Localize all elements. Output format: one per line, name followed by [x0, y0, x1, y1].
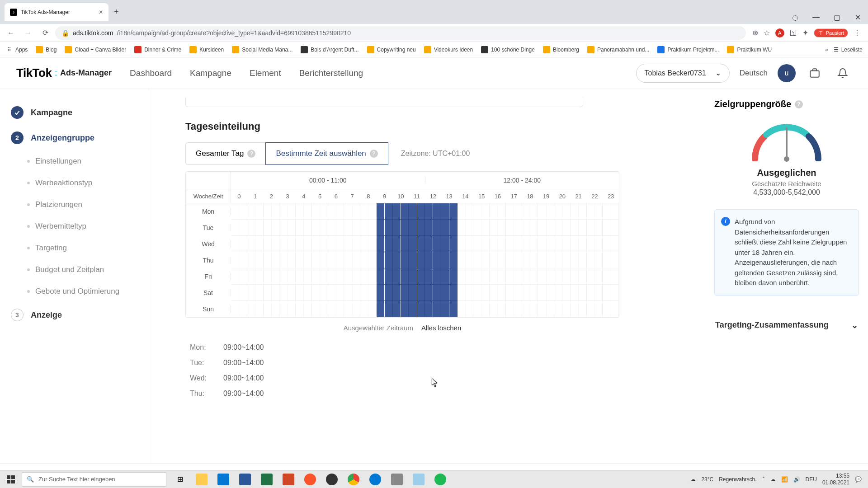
schedule-cell[interactable] — [587, 301, 603, 317]
other-window-icon[interactable]: ◌ — [785, 10, 806, 24]
schedule-cell[interactable] — [296, 285, 312, 301]
schedule-cell[interactable] — [296, 268, 312, 285]
schedule-cell[interactable] — [328, 285, 344, 301]
schedule-cell[interactable] — [538, 285, 554, 301]
schedule-cell[interactable] — [296, 236, 312, 252]
targeting-summary-toggle[interactable]: Targeting-Zusammenfassung ⌄ — [714, 319, 859, 332]
schedule-cell[interactable] — [506, 220, 522, 236]
schedule-cell[interactable] — [231, 285, 247, 301]
schedule-cell[interactable] — [344, 203, 360, 220]
schedule-cell[interactable] — [393, 220, 409, 236]
schedule-cell[interactable] — [360, 220, 377, 236]
schedule-cell[interactable] — [264, 252, 280, 268]
minimize-window-icon[interactable]: — — [806, 10, 826, 24]
reload-icon[interactable]: ⟳ — [38, 26, 52, 40]
schedule-cell[interactable] — [554, 285, 571, 301]
schedule-cell[interactable] — [571, 285, 587, 301]
schedule-cell[interactable] — [587, 285, 603, 301]
url-input[interactable]: 🔒 ads.tiktok.com/i18n/campaign/ad-group/… — [55, 26, 746, 40]
schedule-cell[interactable] — [441, 268, 458, 285]
bookmark-item[interactable]: Bois d'Argent Duft... — [301, 46, 359, 53]
schedule-cell[interactable] — [571, 236, 587, 252]
schedule-cell[interactable] — [490, 203, 506, 220]
step-anzeige[interactable]: 3 Anzeige — [0, 302, 149, 328]
schedule-cell[interactable] — [458, 220, 474, 236]
help-icon[interactable]: ? — [370, 150, 378, 158]
schedule-cell[interactable] — [377, 301, 393, 317]
substep-platzierungen[interactable]: Platzierungen — [27, 194, 149, 216]
schedule-cell[interactable] — [409, 236, 425, 252]
schedule-cell[interactable] — [344, 252, 360, 268]
schedule-cell[interactable] — [328, 220, 344, 236]
account-switcher[interactable]: Tobias Becker0731 ⌄ — [636, 64, 730, 83]
schedule-cell[interactable] — [312, 268, 328, 285]
substep-werbemitteltyp[interactable]: Werbemitteltyp — [27, 216, 149, 237]
schedule-cell[interactable] — [538, 203, 554, 220]
schedule-cell[interactable] — [603, 268, 619, 285]
schedule-cell[interactable] — [554, 252, 571, 268]
schedule-cell[interactable] — [587, 252, 603, 268]
schedule-cell[interactable] — [538, 301, 554, 317]
new-tab-button[interactable]: + — [108, 7, 124, 17]
schedule-cell[interactable] — [296, 252, 312, 268]
schedule-cell[interactable] — [377, 220, 393, 236]
notepad-icon[interactable] — [408, 470, 429, 488]
schedule-cell[interactable] — [264, 285, 280, 301]
schedule-cell[interactable] — [458, 236, 474, 252]
schedule-cell[interactable] — [247, 301, 264, 317]
schedule-cell[interactable] — [506, 268, 522, 285]
schedule-cell[interactable] — [231, 268, 247, 285]
schedule-cell[interactable] — [360, 268, 377, 285]
schedule-cell[interactable] — [425, 252, 441, 268]
substep-einstellungen[interactable]: Einstellungen — [27, 150, 149, 172]
schedule-cell[interactable] — [247, 203, 264, 220]
schedule-cell[interactable] — [538, 252, 554, 268]
schedule-cell[interactable] — [490, 268, 506, 285]
schedule-cell[interactable] — [377, 268, 393, 285]
schedule-cell[interactable] — [360, 285, 377, 301]
schedule-cell[interactable] — [473, 285, 490, 301]
nav-element[interactable]: Element — [250, 68, 281, 78]
schedule-cell[interactable] — [441, 252, 458, 268]
schedule-cell[interactable] — [279, 252, 296, 268]
schedule-cell[interactable] — [425, 285, 441, 301]
schedule-cell[interactable] — [312, 220, 328, 236]
schedule-cell[interactable] — [279, 203, 296, 220]
schedule-cell[interactable] — [458, 285, 474, 301]
substep-werbeaktionstyp[interactable]: Werbeaktionstyp — [27, 172, 149, 194]
schedule-cell[interactable] — [458, 252, 474, 268]
schedule-cell[interactable] — [231, 220, 247, 236]
schedule-cell[interactable] — [247, 236, 264, 252]
schedule-cell[interactable] — [603, 220, 619, 236]
edge-icon[interactable] — [364, 470, 386, 488]
schedule-cell[interactable] — [328, 203, 344, 220]
schedule-cell[interactable] — [490, 285, 506, 301]
substep-targeting[interactable]: Targeting — [27, 237, 149, 259]
schedule-cell[interactable] — [247, 268, 264, 285]
schedule-cell[interactable] — [603, 285, 619, 301]
bookmark-item[interactable]: Videokurs Ideen — [424, 46, 473, 53]
bookmark-item[interactable]: Dinner & Crime — [134, 46, 181, 53]
schedule-cell[interactable] — [490, 301, 506, 317]
schedule-cell[interactable] — [231, 236, 247, 252]
schedule-cell[interactable] — [344, 285, 360, 301]
bookmark-item[interactable]: Cload + Canva Bilder — [65, 46, 126, 53]
mail-icon[interactable] — [212, 470, 234, 488]
schedule-cell[interactable] — [296, 220, 312, 236]
schedule-cell[interactable] — [490, 220, 506, 236]
schedule-cell[interactable] — [571, 268, 587, 285]
schedule-cell[interactable] — [296, 301, 312, 317]
bookmark-item[interactable]: Copywriting neu — [367, 46, 416, 53]
schedule-cell[interactable] — [425, 220, 441, 236]
schedule-cell[interactable] — [409, 203, 425, 220]
profile-badge[interactable]: TPausiert — [814, 28, 848, 38]
onedrive-icon[interactable]: ☁ — [770, 476, 776, 483]
back-icon[interactable]: ← — [4, 26, 18, 40]
weather-temp[interactable]: 23°C — [701, 476, 713, 483]
bookmark-item[interactable]: Praktikum Projektm... — [657, 46, 719, 53]
bell-icon[interactable] — [834, 64, 852, 82]
schedule-cell[interactable] — [377, 236, 393, 252]
schedule-cell[interactable] — [231, 203, 247, 220]
schedule-grid[interactable]: 00:00 - 11:00 12:00 - 24:00 Woche/Zeit 0… — [185, 171, 619, 318]
schedule-cell[interactable] — [344, 301, 360, 317]
